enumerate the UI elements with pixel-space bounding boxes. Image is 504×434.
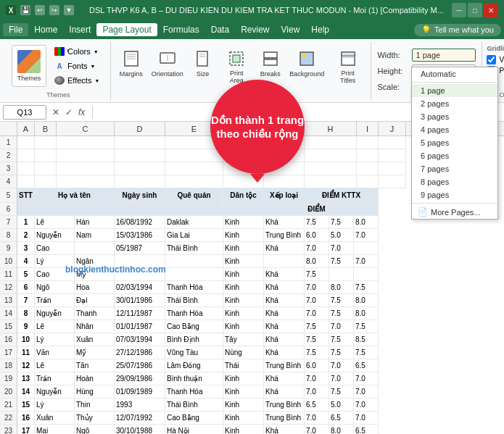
cell-8-2[interactable]: Nam xyxy=(75,229,115,242)
cell-17-8[interactable]: 7.5 xyxy=(329,346,354,359)
cell-1d[interactable] xyxy=(115,136,165,149)
cell-19-3[interactable]: 29/09/1986 xyxy=(115,372,165,385)
cell-14-4[interactable]: Thanh Hóa xyxy=(165,307,223,320)
cell-16-2[interactable]: Xuân xyxy=(75,333,115,346)
cell-14-5[interactable]: Kinh xyxy=(223,307,264,320)
cell-3b[interactable] xyxy=(35,162,57,175)
confirm-formula-icon[interactable]: ✓ xyxy=(65,107,73,117)
cell-name-box[interactable]: Q13 xyxy=(3,105,46,120)
dropdown-more-pages[interactable]: 📄 More Pages... xyxy=(412,205,497,219)
cell-4j[interactable] xyxy=(379,175,406,188)
cell-6e[interactable] xyxy=(165,203,223,216)
minimize-button[interactable]: ─ xyxy=(452,3,466,17)
cell-23-6[interactable]: Khá xyxy=(264,425,305,434)
cell-20-7[interactable]: 7.0 xyxy=(305,385,329,398)
menu-formulas[interactable]: Formulas xyxy=(157,23,205,36)
cell-19-2[interactable]: Hoàn xyxy=(75,372,115,385)
cell-20-5[interactable]: Kinh xyxy=(223,385,264,398)
cell-2i[interactable] xyxy=(357,149,379,162)
cell-3h[interactable] xyxy=(305,162,357,175)
cell-11-4[interactable] xyxy=(165,268,223,281)
cell-15-4[interactable]: Cao Bằng xyxy=(165,320,223,333)
cell-23-5[interactable]: Kinh xyxy=(223,425,264,434)
cell-5g[interactable]: Xếp loại xyxy=(264,188,305,203)
cell-22-2[interactable]: Thủy xyxy=(75,412,115,425)
cell-21-5[interactable]: Kinh xyxy=(223,398,264,412)
cell-18-6[interactable]: Trung Bình xyxy=(264,359,305,372)
cell-11-7[interactable]: 7.5 xyxy=(305,268,329,281)
cell-7-2[interactable]: Hán xyxy=(75,216,115,229)
cell-23-7[interactable]: 7.0 xyxy=(305,425,329,434)
cell-7-0[interactable]: 1 xyxy=(17,216,35,229)
cell-7-4[interactable]: Daklak xyxy=(165,216,223,229)
redo-icon[interactable]: ↪ xyxy=(49,5,59,15)
cell-4a[interactable] xyxy=(17,175,35,188)
cell-8-9[interactable]: 7.0 xyxy=(354,229,379,242)
cell-12-7[interactable]: 7.0 xyxy=(305,281,329,294)
cell-23-9[interactable]: 6.5 xyxy=(354,425,379,434)
cell-1a[interactable] xyxy=(17,136,35,149)
cell-18-3[interactable]: 25/07/1986 xyxy=(115,359,165,372)
cell-5f[interactable]: Dân tộc xyxy=(223,188,264,203)
cell-21-9[interactable]: 7.0 xyxy=(354,398,379,412)
cell-11-0[interactable]: 5 xyxy=(17,268,35,281)
view-gridlines-check[interactable] xyxy=(487,55,496,64)
cell-9-6[interactable]: Khá xyxy=(264,242,305,255)
cell-10-0[interactable]: 4 xyxy=(17,255,35,268)
cell-9-8[interactable]: 7.0 xyxy=(329,242,354,255)
cell-8-1[interactable]: Nguyễn xyxy=(35,229,75,242)
cell-16-6[interactable]: Khá xyxy=(264,333,305,346)
cell-15-0[interactable]: 9 xyxy=(17,320,35,333)
cancel-formula-icon[interactable]: ✕ xyxy=(52,107,59,117)
cell-1h[interactable] xyxy=(305,136,357,149)
effects-button[interactable]: Effects ▼ xyxy=(49,74,104,87)
cell-22-9[interactable]: 7.0 xyxy=(354,412,379,425)
cell-19-8[interactable]: 7.0 xyxy=(329,372,354,385)
cell-18-8[interactable]: 7.0 xyxy=(329,359,354,372)
cell-18-5[interactable]: Thái xyxy=(223,359,264,372)
cell-23-0[interactable]: 17 xyxy=(17,425,35,434)
cell-7-9[interactable]: 8.0 xyxy=(354,216,379,229)
menu-home[interactable]: Home xyxy=(28,23,63,36)
col-I[interactable]: I xyxy=(357,122,379,136)
cell-2d[interactable] xyxy=(115,149,165,162)
cell-21-0[interactable]: 15 xyxy=(17,398,35,412)
cell-12-1[interactable]: Ngô xyxy=(35,281,75,294)
cell-18-4[interactable]: Lâm Đồng xyxy=(165,359,223,372)
cell-2c[interactable] xyxy=(57,149,115,162)
cell-10-5[interactable]: Kinh xyxy=(223,255,264,268)
cell-8-4[interactable]: Gia Lai xyxy=(165,229,223,242)
cell-10-6[interactable] xyxy=(264,255,305,268)
cell-19-9[interactable]: 7.0 xyxy=(354,372,379,385)
cell-14-6[interactable]: Khá xyxy=(264,307,305,320)
cell-20-6[interactable]: Khá xyxy=(264,385,305,398)
cell-1j[interactable] xyxy=(379,136,406,149)
cell-18-7[interactable]: 6.0 xyxy=(305,359,329,372)
cell-12-0[interactable]: 6 xyxy=(17,281,35,294)
menu-help[interactable]: Help xyxy=(305,23,335,36)
cell-12-5[interactable]: Kinh xyxy=(223,281,264,294)
menu-insert[interactable]: Insert xyxy=(63,23,96,36)
cell-22-7[interactable]: 7.0 xyxy=(305,412,329,425)
cell-16-5[interactable]: Tây xyxy=(223,333,264,346)
width-select[interactable]: Automatic 1 page 2 pages xyxy=(412,49,476,62)
cell-6h[interactable]: ĐIỂM xyxy=(305,203,329,216)
cell-7-3[interactable]: 16/08/1992 xyxy=(115,216,165,229)
cell-21-8[interactable]: 5.0 xyxy=(329,398,354,412)
print-titles-button[interactable]: Print Titles xyxy=(329,45,367,88)
insert-function-icon[interactable]: fx xyxy=(78,107,85,117)
cell-23-3[interactable]: 30/10/1988 xyxy=(115,425,165,434)
cell-9-7[interactable]: 7.0 xyxy=(305,242,329,255)
cell-21-7[interactable]: 6.5 xyxy=(305,398,329,412)
cell-18-2[interactable]: Tân xyxy=(75,359,115,372)
cell-8-3[interactable]: 15/03/1986 xyxy=(115,229,165,242)
cell-23-2[interactable]: Ngô xyxy=(75,425,115,434)
dropdown-automatic[interactable]: Automatic xyxy=(412,67,497,80)
cell-1i[interactable] xyxy=(357,136,379,149)
cell-12-2[interactable]: Hoa xyxy=(75,281,115,294)
cell-3e[interactable] xyxy=(165,162,223,175)
cell-9-3[interactable]: 05/1987 xyxy=(115,242,165,255)
cell-21-2[interactable]: Thin xyxy=(75,398,115,412)
cell-14-8[interactable]: 7.5 xyxy=(329,307,354,320)
cell-4b[interactable] xyxy=(35,175,57,188)
